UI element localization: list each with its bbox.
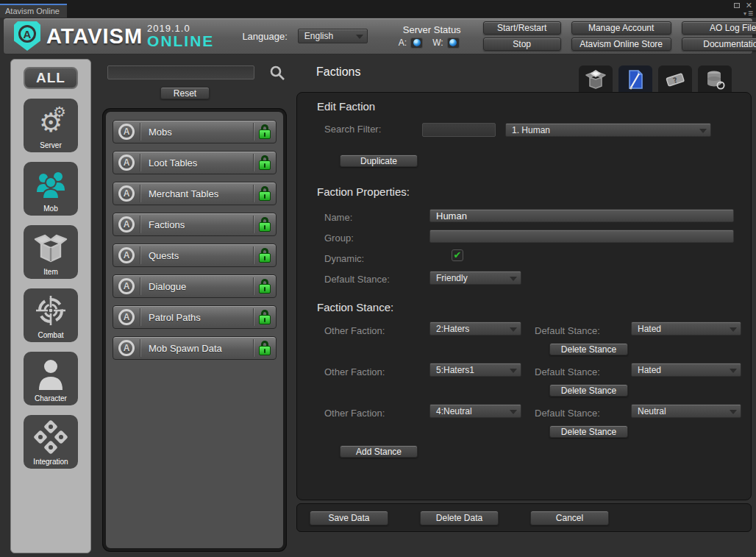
sidebar-item-combat[interactable]: Combat — [24, 288, 78, 342]
atavism-row-logo-icon: A — [118, 278, 135, 294]
category-sidebar: ALL ⚙ ⚙ Server Mob — [10, 59, 91, 553]
atavism-row-logo-icon: A — [118, 309, 135, 325]
list-item-quests[interactable]: A Quests — [113, 244, 277, 267]
atavism-online-store-button[interactable]: Atavism Online Store — [571, 38, 671, 51]
editor-panel: Factions — [296, 59, 752, 557]
search-filter-input[interactable] — [422, 123, 496, 137]
other-faction-select-3[interactable]: 4:Neutral — [429, 404, 521, 418]
search-input[interactable] — [107, 65, 254, 79]
check-icon: ✔ — [454, 249, 462, 260]
sidebar-item-label: Integration — [33, 458, 68, 466]
sidebar-item-label: Mob — [43, 205, 57, 213]
stance-default-label: Default Stance: — [535, 366, 600, 377]
group-field[interactable] — [429, 230, 734, 243]
status-a-indicator — [410, 38, 423, 49]
stop-button[interactable]: Stop — [483, 38, 561, 51]
lock-icon — [259, 124, 271, 139]
sidebar-item-all[interactable]: ALL — [24, 67, 78, 89]
box-icon — [24, 230, 78, 265]
svg-text:⚙: ⚙ — [53, 104, 66, 121]
name-label: Name: — [324, 212, 352, 223]
restore-icon[interactable] — [734, 3, 740, 8]
editor-tabs: ? — [579, 65, 732, 93]
atavism-row-logo-icon: A — [118, 124, 135, 140]
tab-help[interactable]: ? — [658, 65, 692, 93]
stance-select-2[interactable]: Hated — [631, 363, 741, 377]
list-item-mobs[interactable]: A Mobs — [113, 120, 277, 143]
status-a-orb-icon — [413, 39, 421, 46]
window-tab-label: Atavism Online — [5, 7, 60, 15]
list-item-patrol-paths[interactable]: A Patrol Paths — [113, 305, 277, 329]
other-faction-label: Other Faction: — [324, 325, 385, 336]
status-a-label: A: — [399, 38, 407, 48]
stance-select-3[interactable]: Neutral — [631, 404, 741, 418]
sidebar-item-character[interactable]: Character — [24, 352, 78, 405]
brand-name: ATAVISM — [46, 24, 143, 49]
list-item-factions[interactable]: A Factions — [113, 213, 277, 236]
caret-down-icon[interactable]: ▾ — [743, 10, 746, 17]
tab-database[interactable] — [698, 65, 732, 93]
other-faction-select-2[interactable]: 5:Haters1 — [429, 363, 521, 377]
section-heading-faction-properties: Faction Properties: — [317, 185, 410, 198]
stance-default-label: Default Stance: — [535, 325, 600, 336]
lock-icon — [259, 248, 271, 263]
window-tab[interactable]: Atavism Online — [0, 4, 67, 18]
search-icon — [269, 65, 285, 81]
chevron-down-icon — [730, 410, 737, 414]
atavism-logo-icon: A — [14, 21, 40, 51]
delete-stance-button-2[interactable]: Delete Stance — [549, 384, 628, 397]
chevron-down-icon — [510, 277, 517, 281]
default-stance-select[interactable]: Friendly — [429, 271, 521, 285]
dynamic-checkbox[interactable]: ✔ — [452, 249, 463, 261]
add-stance-button[interactable]: Add Stance — [340, 445, 418, 458]
status-w-label: W: — [432, 38, 443, 48]
eraser-question-icon: ? — [664, 71, 686, 88]
chevron-down-icon — [730, 369, 737, 373]
status-w-indicator — [447, 38, 460, 49]
list-item-loot-tables[interactable]: A Loot Tables — [113, 151, 277, 174]
default-stance-label: Default Stance: — [324, 274, 390, 285]
list-item-merchant-tables[interactable]: A Merchant Tables — [113, 182, 277, 205]
stance-select-1[interactable]: Hated — [631, 322, 741, 336]
save-data-button[interactable]: Save Data — [310, 511, 388, 525]
documentation-button[interactable]: Documentation — [682, 38, 756, 51]
brand: A ATAVISM 2019.1.0 ONLINE — [14, 21, 214, 51]
app-header: A ATAVISM 2019.1.0 ONLINE Language: Engl… — [3, 18, 753, 54]
reset-button[interactable]: Reset — [160, 87, 210, 99]
language-value: English — [304, 31, 333, 41]
sidebar-item-item[interactable]: Item — [24, 225, 78, 279]
cancel-button[interactable]: Cancel — [530, 511, 609, 525]
lock-icon — [259, 155, 271, 170]
lock-icon — [259, 217, 271, 232]
delete-data-button[interactable]: Delete Data — [420, 511, 499, 525]
tab-edit[interactable] — [618, 65, 652, 93]
list-item-dialogue[interactable]: A Dialogue — [113, 274, 277, 298]
list-item-mob-spawn-data[interactable]: A Mob Spawn Data — [113, 336, 277, 360]
lock-icon — [259, 279, 271, 294]
chevron-down-icon — [356, 35, 363, 39]
group-label: Group: — [324, 233, 354, 244]
delete-stance-button-3[interactable]: Delete Stance — [549, 425, 628, 438]
faction-select[interactable]: 1. Human — [505, 123, 711, 137]
sidebar-item-integration[interactable]: Integration — [24, 415, 78, 469]
chevron-down-icon — [699, 129, 707, 133]
sidebar-item-mob[interactable]: Mob — [24, 162, 78, 216]
language-select[interactable]: English — [298, 29, 368, 43]
manage-account-button[interactable]: Manage Account — [571, 21, 671, 35]
other-faction-select-1[interactable]: 2:Haters — [429, 322, 521, 336]
sidebar-item-server[interactable]: ⚙ ⚙ Server — [24, 99, 78, 152]
menu-icon[interactable]: ≡ — [748, 10, 753, 17]
dynamic-label: Dynamic: — [324, 253, 364, 264]
start-restart-button[interactable]: Start/Restart — [483, 21, 561, 35]
database-icon — [705, 69, 725, 90]
other-faction-label: Other Faction: — [324, 366, 385, 377]
duplicate-button[interactable]: Duplicate — [340, 155, 418, 167]
ao-log-file-button[interactable]: AO Log File — [682, 21, 756, 35]
table-list: A Mobs A Loot Tables A Merchant Tables A… — [103, 109, 286, 551]
section-heading-edit-faction: Edit Faction — [317, 100, 375, 113]
delete-stance-button-1[interactable]: Delete Stance — [549, 343, 628, 355]
page-title: Factions — [316, 65, 360, 79]
tab-create[interactable] — [579, 65, 613, 93]
crosshair-icon — [24, 293, 78, 328]
name-field[interactable]: Human — [429, 209, 734, 222]
